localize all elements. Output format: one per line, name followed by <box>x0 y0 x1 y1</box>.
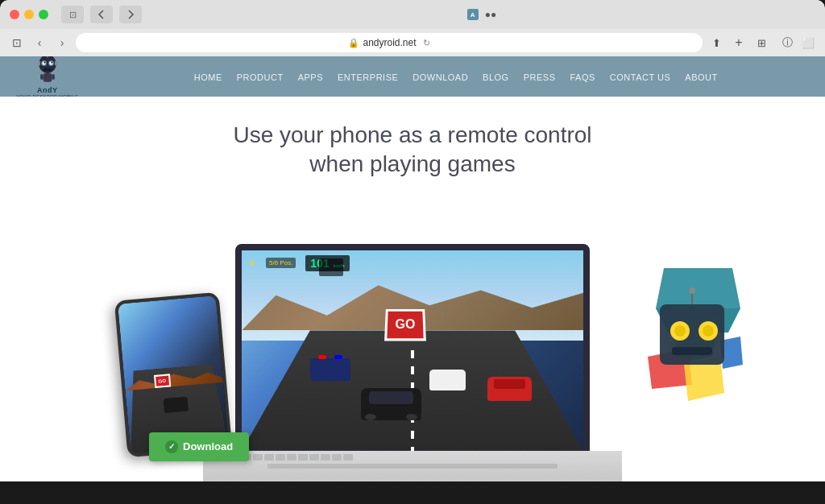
hero-title: Use your phone as a remote control when … <box>16 121 809 180</box>
site-logo[interactable]: AndY YOUR DESKTOP MOBILE <box>16 56 79 99</box>
reader-view-icon[interactable]: ⊡ <box>8 34 26 52</box>
hero-section: Use your phone as a remote control when … <box>0 97 825 481</box>
nav-about[interactable]: ABOUT <box>685 72 717 82</box>
svg-point-8 <box>51 62 52 64</box>
nav-download[interactable]: DOWNLOAD <box>412 72 468 82</box>
check-symbol: ✓ <box>168 442 175 451</box>
site-nav: AndY YOUR DESKTOP MOBILE HOME PRODUCT AP… <box>0 56 825 97</box>
forward-nav-button[interactable]: › <box>53 34 71 52</box>
download-button[interactable]: ✓ Download <box>149 432 249 461</box>
reload-icon: ↻ <box>423 38 430 48</box>
laptop-screen: GO <box>235 244 590 457</box>
svg-rect-10 <box>55 61 57 65</box>
nav-links: HOME PRODUCT APPS ENTERPRISE DOWNLOAD BL… <box>103 69 810 84</box>
game-screen: GO <box>242 250 583 451</box>
download-check-icon: ✓ <box>165 440 178 453</box>
svg-rect-11 <box>43 68 52 72</box>
info-icon[interactable]: ⓘ <box>778 34 796 52</box>
position-display: 5/6 Pos. <box>266 258 296 268</box>
tab-label: ●● <box>485 9 497 20</box>
minimize-button[interactable] <box>24 10 34 19</box>
sidebar-toggle[interactable]: ⊡ <box>61 6 84 23</box>
download-label: Download <box>183 440 233 452</box>
nav-apps[interactable]: APPS <box>298 72 323 82</box>
back-nav-button[interactable]: ‹ <box>31 34 48 52</box>
browser-controls: ⊡ <box>61 6 84 23</box>
back-button[interactable] <box>90 6 113 23</box>
svg-rect-13 <box>40 74 44 80</box>
nav-enterprise[interactable]: ENTERPRISE <box>338 72 398 82</box>
share-icon2[interactable]: ⬜ <box>799 34 817 52</box>
new-tab-icon[interactable]: + <box>730 34 748 52</box>
nav-press[interactable]: PRESS <box>524 72 556 82</box>
andy-logo-icon <box>31 56 64 86</box>
maximize-button[interactable] <box>39 10 48 19</box>
nav-contact[interactable]: CONTACT US <box>610 72 671 82</box>
tab-favicon: A <box>467 9 479 20</box>
nav-faqs[interactable]: FAQS <box>570 72 595 82</box>
laptop-base <box>203 479 622 481</box>
browser-titlebar: ⊡ A ●● <box>0 0 825 29</box>
svg-rect-12 <box>43 73 52 82</box>
laptop-image: GO <box>203 244 622 481</box>
hero-title-line2: when playing games <box>309 151 515 176</box>
forward-button[interactable] <box>119 6 142 23</box>
address-bar-row: ⊡ ‹ › 🔒 andyroid.net ↻ ⬆ + ⊞ ⓘ ⬜ <box>0 29 825 56</box>
nav-home[interactable]: HOME <box>194 72 222 82</box>
pause-icon: ⏸ <box>248 258 256 267</box>
website-content: AndY YOUR DESKTOP MOBILE HOME PRODUCT AP… <box>0 56 825 481</box>
svg-point-28 <box>689 287 695 294</box>
colorful-shapes-svg <box>616 260 744 421</box>
hero-title-line1: Use your phone as a remote control <box>233 122 591 147</box>
url-text: andyroid.net <box>363 37 416 48</box>
position-text: 5/6 Pos. <box>269 259 292 266</box>
minimap <box>319 258 343 276</box>
nav-product[interactable]: PRODUCT <box>237 72 284 82</box>
close-button[interactable] <box>10 10 19 19</box>
mascot-shapes <box>616 260 744 421</box>
browser-chrome: ⊡ A ●● ⊡ ‹ › 🔒 andyroid.net ↻ ⬆ + ⊞ ⓘ <box>0 0 825 56</box>
svg-rect-14 <box>52 74 55 80</box>
phone-screen: GO <box>118 295 229 454</box>
keyboard <box>203 451 622 479</box>
lock-icon: 🔒 <box>348 38 359 48</box>
toolbar-right: ⬆ + ⊞ <box>707 34 770 52</box>
share-icon[interactable]: ⬆ <box>707 34 725 52</box>
address-bar[interactable]: 🔒 andyroid.net ↻ <box>76 33 703 52</box>
svg-rect-26 <box>672 347 712 355</box>
svg-marker-15 <box>656 268 740 308</box>
game-hud: ⏸ 5/6 Pos. 101 km/h <box>248 255 350 271</box>
nav-blog[interactable]: BLOG <box>483 72 509 82</box>
svg-point-25 <box>703 325 714 337</box>
hero-image: GO <box>16 196 809 481</box>
logo-text: AndY <box>37 86 58 94</box>
svg-rect-9 <box>38 61 40 65</box>
svg-point-23 <box>674 325 686 337</box>
tabs-icon[interactable]: ⊞ <box>752 34 770 52</box>
svg-point-7 <box>44 62 45 64</box>
traffic-lights <box>10 10 48 19</box>
